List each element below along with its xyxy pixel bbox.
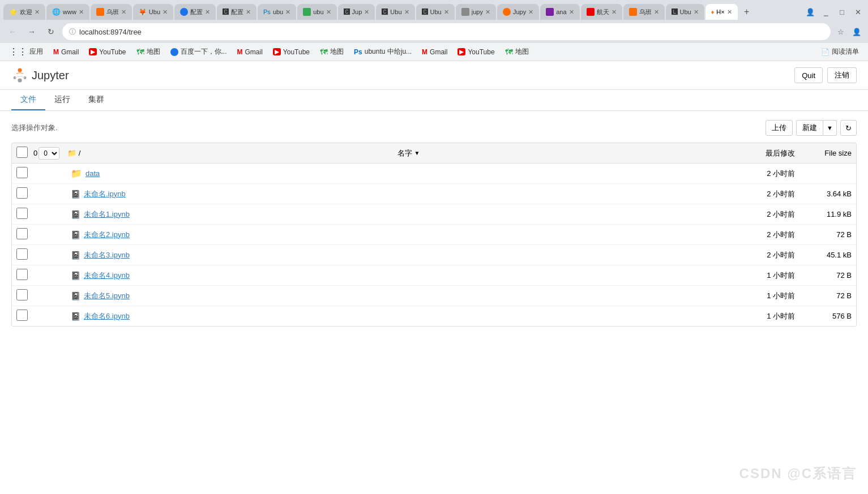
- tab-10[interactable]: 🅲 Ubu ✕: [376, 4, 414, 20]
- num-select[interactable]: 0: [39, 147, 59, 160]
- row-checkbox-6[interactable]: [16, 310, 28, 321]
- new-button[interactable]: 新建: [796, 120, 823, 136]
- tab-close-11[interactable]: ✕: [444, 8, 449, 16]
- tab-close-16[interactable]: ✕: [654, 8, 659, 16]
- row-checkbox-0[interactable]: [16, 187, 28, 199]
- path-text: /: [79, 149, 81, 157]
- table-row: 📓 未命名5.ipynb 1 小时前 72 B: [12, 286, 856, 306]
- tab-close-3[interactable]: ✕: [121, 8, 126, 16]
- bookmark-maps-2[interactable]: 🗺 地图: [315, 45, 348, 58]
- file-link-1[interactable]: 未命名1.ipynb: [84, 209, 130, 220]
- file-link-6[interactable]: 未命名6.ipynb: [84, 311, 130, 321]
- tab-1[interactable]: ⭐ 欢迎 ✕: [3, 4, 45, 20]
- row-modified-5: 1 小时前: [727, 291, 795, 301]
- row-checkbox-1[interactable]: [16, 208, 28, 219]
- row-checkbox-3[interactable]: [16, 248, 28, 260]
- file-link-4[interactable]: 未命名4.ipynb: [84, 270, 130, 281]
- tab-close-13[interactable]: ✕: [528, 8, 533, 16]
- url-text: localhost:8974/tree: [79, 28, 142, 36]
- tab-close-4[interactable]: ✕: [163, 8, 168, 16]
- tab-close-12[interactable]: ✕: [485, 8, 490, 16]
- cancel-button[interactable]: 注销: [827, 67, 857, 83]
- tab-clusters[interactable]: 集群: [79, 90, 113, 110]
- close-window-button[interactable]: ✕: [851, 5, 865, 19]
- tab-3[interactable]: 乌班 ✕: [91, 4, 132, 20]
- row-checkbox-4[interactable]: [16, 269, 28, 280]
- address-actions: ☆ 👤: [834, 25, 863, 38]
- tab-17[interactable]: 🅻 Ubu ✕: [666, 4, 704, 20]
- refresh-button[interactable]: ↻: [840, 120, 857, 136]
- file-link-0[interactable]: 未命名.ipynb: [84, 189, 126, 199]
- browser-chrome: ⭐ 欢迎 ✕ 🌐 www ✕ 乌班 ✕ 🦊 Ubu ✕ 配置 ✕ 🅲 配置 ✕: [0, 0, 868, 61]
- tab-12[interactable]: jupy ✕: [456, 4, 496, 20]
- bookmark-gmail-1[interactable]: M Gmail: [49, 46, 83, 58]
- tab-files[interactable]: 文件: [11, 90, 45, 110]
- minimize-button[interactable]: ⎯: [819, 5, 833, 19]
- upload-button[interactable]: 上传: [766, 120, 793, 136]
- bookmark-ubuntu-ju[interactable]: Ps ubuntu 中给ju...: [349, 45, 416, 58]
- new-tab-button[interactable]: +: [739, 4, 755, 20]
- tab-close-8[interactable]: ✕: [326, 8, 331, 16]
- apps-bookmark[interactable]: ⋮⋮ 应用: [5, 45, 48, 59]
- bookmark-button[interactable]: ☆: [834, 25, 848, 38]
- tab-18[interactable]: ♦ H× ✕: [705, 4, 738, 20]
- tab-close-15[interactable]: ✕: [612, 8, 617, 16]
- tab-13[interactable]: Jupy ✕: [497, 4, 539, 20]
- tab-close-18[interactable]: ✕: [727, 8, 732, 16]
- select-all-checkbox[interactable]: [16, 147, 28, 158]
- reader-mode-button[interactable]: 📄 阅读清单: [816, 45, 863, 58]
- tab-5[interactable]: 配置 ✕: [174, 4, 216, 20]
- url-bar[interactable]: ⓘ localhost:8974/tree: [62, 23, 831, 40]
- reload-button[interactable]: ↻: [43, 24, 59, 40]
- bookmark-baidu[interactable]: 百度一下，你...: [166, 45, 232, 58]
- tab-actions: 👤 ⎯ □ ✕: [803, 5, 865, 19]
- tab-15[interactable]: 航天 ✕: [581, 4, 622, 20]
- tab-14[interactable]: ana ✕: [540, 4, 579, 20]
- jupyter-tabs: 文件 运行 集群: [0, 90, 868, 111]
- tab-close-9[interactable]: ✕: [364, 8, 369, 16]
- tab-close-1[interactable]: ✕: [35, 8, 40, 16]
- tab-close-14[interactable]: ✕: [569, 8, 574, 16]
- tab-close-5[interactable]: ✕: [205, 8, 210, 16]
- tab-11[interactable]: 🅲 Ubu ✕: [416, 4, 455, 20]
- tab-close-7[interactable]: ✕: [285, 8, 290, 16]
- tab-2[interactable]: 🌐 www ✕: [46, 4, 89, 20]
- profile-button[interactable]: 👤: [803, 5, 817, 19]
- bookmark-maps-1[interactable]: 🗺 地图: [132, 45, 165, 58]
- header-name-col[interactable]: 名字 ▼: [397, 148, 728, 158]
- tab-close-17[interactable]: ✕: [694, 8, 699, 16]
- tab-9[interactable]: 🅲 Jup ✕: [338, 4, 375, 20]
- file-link-3[interactable]: 未命名3.ipynb: [84, 250, 130, 260]
- bookmark-youtube-2[interactable]: ▶ YouTube: [268, 46, 314, 58]
- row-checkbox-2[interactable]: [16, 228, 28, 239]
- forward-button[interactable]: →: [24, 24, 40, 40]
- bookmark-gmail-2[interactable]: M Gmail: [233, 46, 267, 58]
- tab-close-6[interactable]: ✕: [246, 8, 251, 16]
- file-list-instruction: 选择操作对象.: [11, 123, 58, 133]
- table-row: 📓 未命名.ipynb 2 小时前 3.64 kB: [12, 184, 856, 204]
- tab-4[interactable]: 🦊 Ubu ✕: [133, 4, 173, 20]
- account-button[interactable]: 👤: [850, 25, 863, 38]
- tab-8[interactable]: ubu ✕: [297, 4, 336, 20]
- tab-close-10[interactable]: ✕: [404, 8, 409, 16]
- new-button-dropdown[interactable]: ▼: [823, 120, 837, 136]
- file-link-5[interactable]: 未命名5.ipynb: [84, 291, 130, 301]
- bookmark-gmail-3[interactable]: M Gmail: [417, 46, 452, 58]
- back-button[interactable]: ←: [5, 24, 20, 40]
- bookmark-maps-3[interactable]: 🗺 地图: [501, 45, 533, 58]
- quit-button[interactable]: Quit: [794, 67, 823, 83]
- file-link-data[interactable]: data: [85, 169, 100, 178]
- table-row: 📓 未命名4.ipynb 1 小时前 72 B: [12, 265, 856, 286]
- tab-16[interactable]: 乌班 ✕: [623, 4, 665, 20]
- file-link-2[interactable]: 未命名2.ipynb: [84, 230, 130, 240]
- tab-running[interactable]: 运行: [45, 90, 79, 110]
- tab-close-2[interactable]: ✕: [79, 8, 84, 16]
- tab-7[interactable]: Ps ubu ✕: [258, 4, 296, 20]
- row-checkbox-data[interactable]: [16, 167, 28, 178]
- maximize-button[interactable]: □: [835, 5, 849, 19]
- header-size-col: File size: [795, 149, 852, 157]
- bookmark-youtube-1[interactable]: ▶ YouTube: [84, 46, 130, 58]
- bookmark-youtube-3[interactable]: ▶ YouTube: [453, 46, 499, 58]
- tab-6[interactable]: 🅲 配置 ✕: [217, 4, 256, 20]
- row-checkbox-5[interactable]: [16, 289, 28, 300]
